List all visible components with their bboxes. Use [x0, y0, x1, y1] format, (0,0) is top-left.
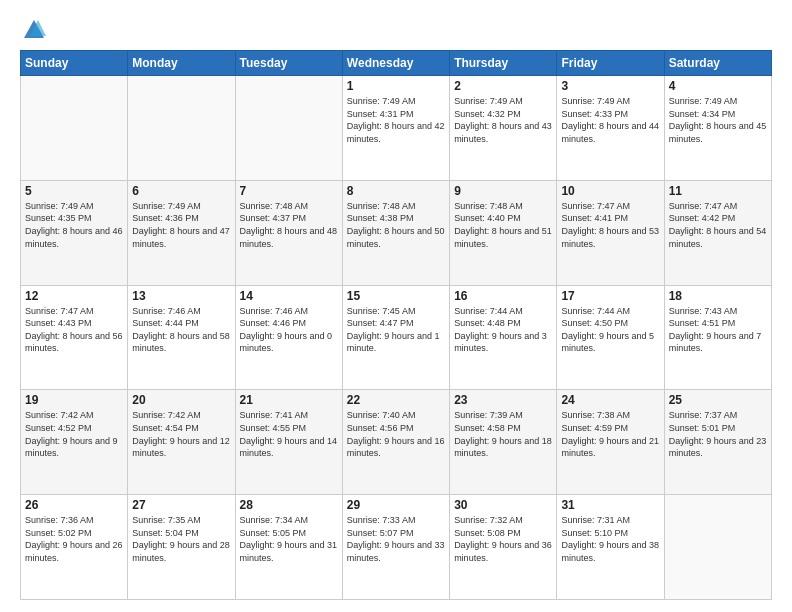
day-number: 20: [132, 393, 230, 407]
weekday-header-thursday: Thursday: [450, 51, 557, 76]
day-info: Sunrise: 7:38 AM Sunset: 4:59 PM Dayligh…: [561, 409, 659, 459]
calendar-cell: 20Sunrise: 7:42 AM Sunset: 4:54 PM Dayli…: [128, 390, 235, 495]
day-number: 28: [240, 498, 338, 512]
day-number: 14: [240, 289, 338, 303]
day-info: Sunrise: 7:48 AM Sunset: 4:40 PM Dayligh…: [454, 200, 552, 250]
day-number: 1: [347, 79, 445, 93]
day-info: Sunrise: 7:48 AM Sunset: 4:37 PM Dayligh…: [240, 200, 338, 250]
day-number: 12: [25, 289, 123, 303]
day-info: Sunrise: 7:49 AM Sunset: 4:34 PM Dayligh…: [669, 95, 767, 145]
calendar-cell: 26Sunrise: 7:36 AM Sunset: 5:02 PM Dayli…: [21, 495, 128, 600]
calendar-cell: 13Sunrise: 7:46 AM Sunset: 4:44 PM Dayli…: [128, 285, 235, 390]
weekday-header-monday: Monday: [128, 51, 235, 76]
calendar-cell: 16Sunrise: 7:44 AM Sunset: 4:48 PM Dayli…: [450, 285, 557, 390]
day-number: 22: [347, 393, 445, 407]
day-number: 25: [669, 393, 767, 407]
day-number: 19: [25, 393, 123, 407]
day-info: Sunrise: 7:43 AM Sunset: 4:51 PM Dayligh…: [669, 305, 767, 355]
day-number: 21: [240, 393, 338, 407]
day-number: 7: [240, 184, 338, 198]
day-number: 9: [454, 184, 552, 198]
calendar-cell: 19Sunrise: 7:42 AM Sunset: 4:52 PM Dayli…: [21, 390, 128, 495]
calendar-cell: 24Sunrise: 7:38 AM Sunset: 4:59 PM Dayli…: [557, 390, 664, 495]
day-info: Sunrise: 7:49 AM Sunset: 4:36 PM Dayligh…: [132, 200, 230, 250]
day-info: Sunrise: 7:46 AM Sunset: 4:46 PM Dayligh…: [240, 305, 338, 355]
day-info: Sunrise: 7:33 AM Sunset: 5:07 PM Dayligh…: [347, 514, 445, 564]
day-number: 15: [347, 289, 445, 303]
day-info: Sunrise: 7:49 AM Sunset: 4:31 PM Dayligh…: [347, 95, 445, 145]
calendar-cell: 1Sunrise: 7:49 AM Sunset: 4:31 PM Daylig…: [342, 76, 449, 181]
calendar-cell: 9Sunrise: 7:48 AM Sunset: 4:40 PM Daylig…: [450, 180, 557, 285]
day-info: Sunrise: 7:42 AM Sunset: 4:54 PM Dayligh…: [132, 409, 230, 459]
weekday-header-friday: Friday: [557, 51, 664, 76]
day-info: Sunrise: 7:39 AM Sunset: 4:58 PM Dayligh…: [454, 409, 552, 459]
day-number: 10: [561, 184, 659, 198]
calendar-cell: 6Sunrise: 7:49 AM Sunset: 4:36 PM Daylig…: [128, 180, 235, 285]
day-number: 26: [25, 498, 123, 512]
day-number: 24: [561, 393, 659, 407]
calendar-cell: 28Sunrise: 7:34 AM Sunset: 5:05 PM Dayli…: [235, 495, 342, 600]
day-number: 30: [454, 498, 552, 512]
day-info: Sunrise: 7:49 AM Sunset: 4:35 PM Dayligh…: [25, 200, 123, 250]
calendar-cell: 14Sunrise: 7:46 AM Sunset: 4:46 PM Dayli…: [235, 285, 342, 390]
calendar-cell: 18Sunrise: 7:43 AM Sunset: 4:51 PM Dayli…: [664, 285, 771, 390]
day-number: 13: [132, 289, 230, 303]
calendar-cell: 8Sunrise: 7:48 AM Sunset: 4:38 PM Daylig…: [342, 180, 449, 285]
calendar-week-4: 19Sunrise: 7:42 AM Sunset: 4:52 PM Dayli…: [21, 390, 772, 495]
calendar-cell: 22Sunrise: 7:40 AM Sunset: 4:56 PM Dayli…: [342, 390, 449, 495]
calendar-cell: [235, 76, 342, 181]
day-number: 29: [347, 498, 445, 512]
day-number: 8: [347, 184, 445, 198]
day-info: Sunrise: 7:45 AM Sunset: 4:47 PM Dayligh…: [347, 305, 445, 355]
calendar-cell: [21, 76, 128, 181]
day-info: Sunrise: 7:46 AM Sunset: 4:44 PM Dayligh…: [132, 305, 230, 355]
day-info: Sunrise: 7:47 AM Sunset: 4:41 PM Dayligh…: [561, 200, 659, 250]
day-info: Sunrise: 7:48 AM Sunset: 4:38 PM Dayligh…: [347, 200, 445, 250]
calendar-cell: 11Sunrise: 7:47 AM Sunset: 4:42 PM Dayli…: [664, 180, 771, 285]
calendar-cell: 4Sunrise: 7:49 AM Sunset: 4:34 PM Daylig…: [664, 76, 771, 181]
day-info: Sunrise: 7:36 AM Sunset: 5:02 PM Dayligh…: [25, 514, 123, 564]
weekday-header-saturday: Saturday: [664, 51, 771, 76]
day-info: Sunrise: 7:40 AM Sunset: 4:56 PM Dayligh…: [347, 409, 445, 459]
day-number: 31: [561, 498, 659, 512]
day-info: Sunrise: 7:42 AM Sunset: 4:52 PM Dayligh…: [25, 409, 123, 459]
calendar-cell: [128, 76, 235, 181]
day-info: Sunrise: 7:49 AM Sunset: 4:33 PM Dayligh…: [561, 95, 659, 145]
calendar-cell: 27Sunrise: 7:35 AM Sunset: 5:04 PM Dayli…: [128, 495, 235, 600]
calendar-cell: 30Sunrise: 7:32 AM Sunset: 5:08 PM Dayli…: [450, 495, 557, 600]
logo-icon: [20, 16, 48, 44]
calendar-week-2: 5Sunrise: 7:49 AM Sunset: 4:35 PM Daylig…: [21, 180, 772, 285]
day-number: 11: [669, 184, 767, 198]
day-number: 27: [132, 498, 230, 512]
day-info: Sunrise: 7:47 AM Sunset: 4:42 PM Dayligh…: [669, 200, 767, 250]
day-number: 4: [669, 79, 767, 93]
calendar-cell: 5Sunrise: 7:49 AM Sunset: 4:35 PM Daylig…: [21, 180, 128, 285]
calendar-cell: 23Sunrise: 7:39 AM Sunset: 4:58 PM Dayli…: [450, 390, 557, 495]
day-number: 6: [132, 184, 230, 198]
weekday-header-tuesday: Tuesday: [235, 51, 342, 76]
calendar-cell: 31Sunrise: 7:31 AM Sunset: 5:10 PM Dayli…: [557, 495, 664, 600]
day-info: Sunrise: 7:41 AM Sunset: 4:55 PM Dayligh…: [240, 409, 338, 459]
day-number: 2: [454, 79, 552, 93]
day-info: Sunrise: 7:37 AM Sunset: 5:01 PM Dayligh…: [669, 409, 767, 459]
day-info: Sunrise: 7:47 AM Sunset: 4:43 PM Dayligh…: [25, 305, 123, 355]
day-number: 23: [454, 393, 552, 407]
day-number: 16: [454, 289, 552, 303]
calendar-week-5: 26Sunrise: 7:36 AM Sunset: 5:02 PM Dayli…: [21, 495, 772, 600]
page: SundayMondayTuesdayWednesdayThursdayFrid…: [0, 0, 792, 612]
calendar-cell: 3Sunrise: 7:49 AM Sunset: 4:33 PM Daylig…: [557, 76, 664, 181]
calendar-cell: 15Sunrise: 7:45 AM Sunset: 4:47 PM Dayli…: [342, 285, 449, 390]
day-info: Sunrise: 7:44 AM Sunset: 4:48 PM Dayligh…: [454, 305, 552, 355]
logo: [20, 16, 52, 44]
day-info: Sunrise: 7:35 AM Sunset: 5:04 PM Dayligh…: [132, 514, 230, 564]
day-info: Sunrise: 7:31 AM Sunset: 5:10 PM Dayligh…: [561, 514, 659, 564]
calendar-cell: 21Sunrise: 7:41 AM Sunset: 4:55 PM Dayli…: [235, 390, 342, 495]
calendar-cell: 25Sunrise: 7:37 AM Sunset: 5:01 PM Dayli…: [664, 390, 771, 495]
calendar-cell: 2Sunrise: 7:49 AM Sunset: 4:32 PM Daylig…: [450, 76, 557, 181]
weekday-header-sunday: Sunday: [21, 51, 128, 76]
calendar-cell: 7Sunrise: 7:48 AM Sunset: 4:37 PM Daylig…: [235, 180, 342, 285]
day-number: 18: [669, 289, 767, 303]
calendar-cell: 17Sunrise: 7:44 AM Sunset: 4:50 PM Dayli…: [557, 285, 664, 390]
weekday-header-wednesday: Wednesday: [342, 51, 449, 76]
calendar-week-1: 1Sunrise: 7:49 AM Sunset: 4:31 PM Daylig…: [21, 76, 772, 181]
